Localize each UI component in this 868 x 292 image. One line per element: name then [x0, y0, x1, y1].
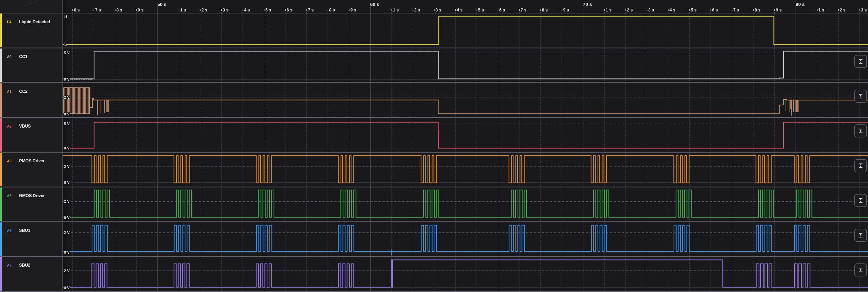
svg-text:2 V: 2 V [64, 199, 70, 203]
svg-text:2 V: 2 V [64, 164, 70, 169]
svg-text:SBU1: SBU1 [19, 228, 30, 233]
svg-text:+6 s: +6 s [710, 8, 718, 13]
svg-text:70 s: 70 s [583, 2, 592, 7]
svg-text:+3 s: +3 s [859, 8, 867, 13]
svg-text:+9 s: +9 s [561, 8, 569, 13]
svg-text:+2 s: +2 s [625, 8, 633, 13]
svg-text:+7 s: +7 s [306, 8, 314, 13]
svg-text:0 V: 0 V [64, 180, 70, 185]
svg-text:0 V: 0 V [64, 77, 70, 81]
svg-text:SBU2: SBU2 [19, 263, 30, 268]
svg-text:Liquid Detected: Liquid Detected [19, 19, 50, 24]
svg-text:A7: A7 [7, 263, 11, 267]
svg-text:+1 s: +1 s [391, 8, 399, 13]
svg-text:0 V: 0 V [64, 216, 70, 220]
svg-text:+9 s: +9 s [348, 8, 356, 13]
svg-text:+7 s: +7 s [93, 8, 101, 13]
svg-text:A2: A2 [7, 124, 11, 128]
svg-text:+1 s: +1 s [178, 8, 186, 13]
svg-text:PMOS Driver: PMOS Driver [19, 159, 44, 163]
svg-text:D4: D4 [7, 20, 11, 24]
svg-text:+2 s: +2 s [412, 8, 420, 13]
svg-text:+8 s: +8 s [114, 8, 122, 13]
svg-text:NMOS Driver: NMOS Driver [19, 193, 45, 198]
svg-text:2 V: 2 V [64, 269, 70, 273]
svg-text:H: H [65, 14, 67, 18]
svg-text:5 V: 5 V [64, 51, 70, 55]
svg-text:+3 s: +3 s [433, 8, 441, 13]
svg-text:+3 s: +3 s [646, 8, 654, 13]
svg-text:+8 s: +8 s [752, 8, 760, 13]
svg-text:+2 s: +2 s [837, 8, 845, 13]
svg-text:+8 s: +8 s [327, 8, 335, 13]
svg-text:50 s: 50 s [157, 2, 166, 7]
svg-text:5 V: 5 V [64, 122, 70, 126]
svg-text:+5 s: +5 s [476, 8, 484, 13]
svg-text:+4 s: +4 s [242, 8, 250, 13]
svg-text:+5 s: +5 s [688, 8, 697, 13]
svg-text:L: L [65, 42, 67, 47]
svg-text:+1 s: +1 s [816, 8, 824, 13]
svg-text:+7 s: +7 s [731, 8, 739, 13]
svg-text:+5 s: +5 s [263, 8, 271, 13]
svg-text:VBUS: VBUS [19, 124, 31, 129]
svg-text:80 s: 80 s [795, 2, 804, 7]
svg-text:A5: A5 [7, 194, 11, 198]
svg-text:+6 s: +6 s [497, 8, 505, 13]
svg-text:+8 s: +8 s [540, 8, 548, 13]
svg-text:0 V: 0 V [64, 112, 70, 116]
svg-text:A3: A3 [7, 159, 11, 163]
svg-text:+9 s: +9 s [135, 8, 144, 13]
svg-text:+4 s: +4 s [454, 8, 463, 13]
svg-text:+2 s: +2 s [199, 8, 207, 13]
svg-text:+1 s: +1 s [603, 8, 612, 13]
svg-text:+6 s: +6 s [72, 8, 80, 13]
svg-text:60 s: 60 s [370, 2, 379, 7]
svg-text:CC2: CC2 [19, 89, 27, 94]
svg-text:2 V: 2 V [64, 230, 70, 235]
svg-text:0 V: 0 V [64, 250, 70, 254]
svg-text:A1: A1 [7, 90, 11, 94]
svg-text:+7 s: +7 s [518, 8, 526, 13]
svg-text:+6 s: +6 s [284, 8, 292, 13]
svg-text:0 V: 0 V [64, 146, 70, 150]
svg-text:CC1: CC1 [19, 54, 27, 59]
svg-text:+4 s: +4 s [667, 8, 675, 13]
svg-text:+3 s: +3 s [220, 8, 229, 13]
svg-text:0 V: 0 V [64, 286, 70, 290]
svg-text:+9 s: +9 s [774, 8, 782, 13]
svg-text:A0: A0 [7, 55, 11, 59]
svg-text:A6: A6 [7, 229, 11, 233]
svg-text:2 V: 2 V [64, 95, 70, 99]
